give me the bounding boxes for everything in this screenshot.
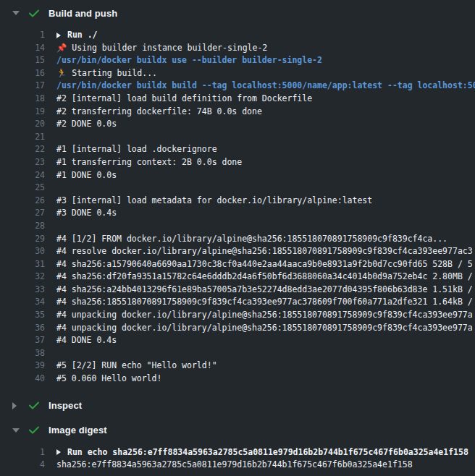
line-number[interactable]: 22 (0, 143, 45, 156)
log-line: 19#2 transferring dockerfile: 74B 0.0s d… (0, 106, 475, 119)
log-line: 14📌 Using builder instance builder-singl… (0, 42, 475, 55)
line-number[interactable]: 23 (0, 156, 45, 169)
log-section-header-image-digest[interactable]: Image digest (0, 422, 475, 439)
log-line: 24#1 DONE 0.0s (0, 169, 475, 182)
line-number[interactable]: 20 (0, 118, 45, 131)
log-line: 15/usr/bin/docker buildx use --builder b… (0, 54, 475, 67)
log-line: 35#4 unpacking docker.io/library/alpine@… (0, 309, 475, 322)
log-text-content: #3 DONE 0.4s (56, 207, 117, 220)
disclosure-triangle (12, 428, 20, 433)
log-line: 1Run ./ (0, 29, 475, 42)
log-line: 21 (0, 131, 475, 144)
log-text-content: #5 [2/2] RUN echo "Hello world!" (56, 360, 217, 373)
log-text: #4 [1/2] FROM docker.io/library/alpine@s… (56, 233, 447, 246)
log-text-content: 🏃 Starting build... (56, 67, 157, 80)
line-number[interactable]: 21 (0, 131, 45, 144)
line-number[interactable]: 34 (0, 296, 45, 309)
log-text: sha256:e7ff8834a5963a2785c5a0811e979d16b… (56, 459, 413, 472)
chevron-down-icon (12, 428, 21, 433)
log-line: 39#5 [2/2] RUN echo "Hello world!" (0, 360, 475, 373)
log-line: 23#1 transferring context: 2B 0.0s done (0, 156, 475, 169)
log-text: #2 transferring dockerfile: 74B 0.0s don… (56, 106, 262, 119)
line-number[interactable]: 29 (0, 233, 45, 246)
log-text-content: /usr/bin/docker buildx build --tag local… (56, 80, 475, 93)
line-number[interactable]: 18 (0, 93, 45, 106)
section-title: Image digest (49, 425, 107, 435)
log-text: #2 DONE 0.0s (56, 118, 117, 131)
log-text: #4 unpacking docker.io/library/alpine@sh… (56, 309, 473, 322)
line-number[interactable]: 26 (0, 195, 45, 208)
section-title: Inspect (49, 400, 82, 411)
log-text: /usr/bin/docker buildx build --tag local… (56, 80, 475, 93)
log-text-content: #1 DONE 0.0s (56, 169, 117, 182)
line-number[interactable]: 32 (0, 271, 45, 284)
log-text-content: #4 sha256:185518070891758909c9f839cf4ca3… (56, 296, 473, 309)
log-text-content: #2 [internal] load build definition from… (56, 93, 312, 106)
success-check-icon (29, 401, 39, 409)
log-text-content: #4 sha256:a24bb4013296f61e89ba57005a7b3e… (56, 284, 473, 297)
log-line: 40#5 0.060 Hello world! (0, 373, 475, 386)
log-section-header-inspect[interactable]: Inspect (0, 397, 475, 415)
disclosure-triangle (12, 402, 17, 409)
log-text-content: #4 [1/2] FROM docker.io/library/alpine@s… (56, 233, 447, 246)
log-text: #4 sha256:df20fa9351a15782c64e6dddb2d4a6… (56, 271, 473, 284)
line-number[interactable]: 28 (0, 220, 45, 233)
log-line: 25 (0, 182, 475, 195)
line-number[interactable]: 14 (0, 42, 45, 55)
line-number[interactable]: 1 (0, 29, 45, 42)
log-text: #2 [internal] load build definition from… (56, 93, 312, 106)
log-text-content: #4 resolve docker.io/library/alpine@sha2… (56, 245, 473, 258)
line-number[interactable]: 36 (0, 322, 45, 335)
log-text: #5 [2/2] RUN echo "Hello world!" (56, 360, 217, 373)
log-text-content: #2 DONE 0.0s (56, 118, 117, 131)
log-text: #4 sha256:a15790640a6690aa1730c38cf0a440… (56, 258, 473, 271)
line-number[interactable]: 1 (0, 446, 45, 459)
line-number[interactable]: 31 (0, 258, 45, 271)
log-text-content: #4 DONE 0.4s (56, 334, 117, 347)
log-line: 30#4 resolve docker.io/library/alpine@sh… (0, 245, 475, 258)
log-text: #3 DONE 0.4s (56, 207, 117, 220)
line-number[interactable]: 27 (0, 207, 45, 220)
line-number[interactable]: 25 (0, 182, 45, 195)
success-check-icon (29, 426, 39, 434)
log-text: #3 [internal] load metadata for docker.i… (56, 195, 372, 208)
log-text: #1 [internal] load .dockerignore (56, 143, 217, 156)
log-text-content: Run ./ (67, 29, 98, 42)
line-number[interactable]: 40 (0, 373, 45, 386)
line-number[interactable]: 4 (0, 459, 45, 472)
line-number[interactable]: 16 (0, 67, 45, 80)
log-text: #1 DONE 0.0s (56, 169, 117, 182)
line-number[interactable]: 37 (0, 334, 45, 347)
log-text: #4 sha256:185518070891758909c9f839cf4ca3… (56, 296, 473, 309)
line-number[interactable]: 17 (0, 80, 45, 93)
line-number[interactable]: 38 (0, 347, 45, 360)
line-number[interactable]: 24 (0, 169, 45, 182)
log-text-content: #1 [internal] load .dockerignore (56, 143, 217, 156)
log-line: 18#2 [internal] load build definition fr… (0, 93, 475, 106)
log-text: 🏃 Starting build... (56, 67, 157, 80)
log-line: 26#3 [internal] load metadata for docker… (0, 195, 475, 208)
log-text-content: #1 transferring context: 2B 0.0s done (56, 156, 242, 169)
log-section-body-image-digest: 1Run echo sha256:e7ff8834a5963a2785c5a08… (0, 439, 475, 475)
run-group-toggle-icon (56, 449, 61, 455)
line-number[interactable]: 33 (0, 284, 45, 297)
log-text: /usr/bin/docker buildx use --builder bui… (56, 54, 322, 67)
run-group-toggle[interactable]: Run ./ (56, 29, 98, 42)
log-section-header-build-and-push[interactable]: Build and push (0, 4, 475, 22)
log-line: 20#2 DONE 0.0s (0, 118, 475, 131)
log-text-content: #4 sha256:a15790640a6690aa1730c38cf0a440… (56, 258, 473, 271)
line-number[interactable]: 30 (0, 245, 45, 258)
log-text: #4 sha256:a24bb4013296f61e89ba57005a7b3e… (56, 284, 473, 297)
log-line: 22#1 [internal] load .dockerignore (0, 143, 475, 156)
line-number[interactable]: 39 (0, 360, 45, 373)
log-line: 36#4 unpacking docker.io/library/alpine@… (0, 322, 475, 335)
actions-log-viewer: Build and push1Run ./14📌 Using builder i… (0, 4, 475, 475)
log-text-content: #4 unpacking docker.io/library/alpine@sh… (56, 309, 473, 322)
line-number[interactable]: 19 (0, 106, 45, 119)
line-number[interactable]: 35 (0, 309, 45, 322)
log-text: #5 0.060 Hello world! (56, 373, 161, 386)
disclosure-triangle (12, 11, 20, 15)
log-section-body-build-and-push: 1Run ./14📌 Using builder instance builde… (0, 22, 475, 388)
run-group-toggle[interactable]: Run echo sha256:e7ff8834a5963a2785c5a081… (56, 446, 468, 459)
line-number[interactable]: 15 (0, 54, 45, 67)
